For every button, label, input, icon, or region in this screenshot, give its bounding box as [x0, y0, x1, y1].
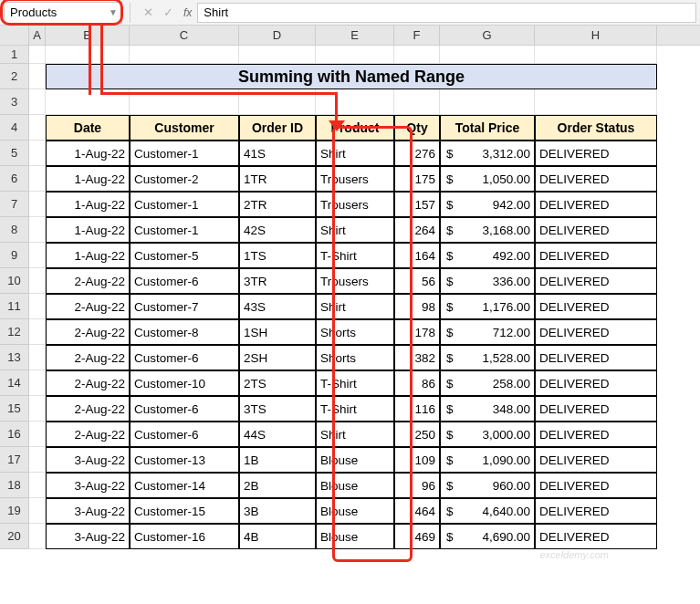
data-cell[interactable]: Customer-14	[130, 473, 239, 498]
data-cell[interactable]: 250	[394, 422, 440, 447]
data-cell[interactable]: 109	[394, 447, 440, 473]
row-header[interactable]: 14	[0, 370, 29, 396]
row-header[interactable]: 9	[0, 243, 29, 268]
data-cell[interactable]: 3B	[239, 498, 316, 524]
data-cell[interactable]: Trousers	[316, 166, 394, 192]
cell[interactable]	[316, 89, 394, 115]
data-cell[interactable]: 2-Aug-22	[46, 396, 130, 422]
header-cell[interactable]: Customer	[130, 115, 239, 141]
data-cell[interactable]: Customer-2	[130, 166, 239, 192]
data-cell[interactable]: Shirt	[316, 422, 394, 447]
data-cell[interactable]: $4,640.00	[440, 498, 535, 524]
cell[interactable]	[29, 498, 46, 524]
data-cell[interactable]: $4,690.00	[440, 524, 535, 549]
data-cell[interactable]: Shirt	[316, 217, 394, 243]
row-header[interactable]: 8	[0, 217, 29, 243]
cell[interactable]	[239, 46, 316, 64]
data-cell[interactable]: 464	[394, 498, 440, 524]
data-cell[interactable]: 1-Aug-22	[46, 166, 130, 192]
data-cell[interactable]: Shirt	[316, 141, 394, 166]
cell[interactable]	[29, 115, 46, 141]
cell[interactable]	[130, 46, 239, 64]
data-cell[interactable]: $1,050.00	[440, 166, 535, 192]
row-header[interactable]: 17	[0, 447, 29, 473]
row-header[interactable]: 19	[0, 498, 29, 524]
data-cell[interactable]: Customer-1	[130, 217, 239, 243]
data-cell[interactable]: $3,168.00	[440, 217, 535, 243]
data-cell[interactable]: 1TS	[239, 243, 316, 268]
data-cell[interactable]: Customer-10	[130, 370, 239, 396]
select-all-corner[interactable]	[0, 26, 29, 45]
cell[interactable]	[29, 396, 46, 422]
header-cell[interactable]: Order Status	[535, 115, 657, 141]
row-header[interactable]: 10	[0, 268, 29, 294]
chevron-down-icon[interactable]: ▼	[109, 7, 118, 17]
col-header[interactable]: B	[46, 26, 130, 45]
data-cell[interactable]: 3-Aug-22	[46, 473, 130, 498]
data-cell[interactable]: Customer-6	[130, 422, 239, 447]
data-cell[interactable]: $712.00	[440, 319, 535, 345]
data-cell[interactable]: Shorts	[316, 345, 394, 370]
formula-input[interactable]: Shirt	[197, 3, 696, 23]
cell[interactable]	[29, 166, 46, 192]
data-cell[interactable]: 164	[394, 243, 440, 268]
data-cell[interactable]: 2-Aug-22	[46, 370, 130, 396]
row-header[interactable]: 3	[0, 89, 29, 115]
data-cell[interactable]: T-Shirt	[316, 396, 394, 422]
row-header[interactable]: 6	[0, 166, 29, 192]
name-box[interactable]: Products ▼	[4, 2, 122, 24]
data-cell[interactable]: DELIVERED	[535, 243, 657, 268]
data-cell[interactable]: 56	[394, 268, 440, 294]
title-cell[interactable]: Summing with Named Range	[46, 64, 657, 89]
data-cell[interactable]: 3-Aug-22	[46, 524, 130, 549]
data-cell[interactable]: Customer-15	[130, 498, 239, 524]
data-cell[interactable]: $1,176.00	[440, 294, 535, 319]
cell[interactable]	[29, 89, 46, 115]
cell[interactable]	[29, 422, 46, 447]
data-cell[interactable]: 157	[394, 192, 440, 217]
cell[interactable]	[316, 46, 394, 64]
data-cell[interactable]: 98	[394, 294, 440, 319]
cell[interactable]	[29, 524, 46, 549]
data-cell[interactable]: DELIVERED	[535, 217, 657, 243]
cell[interactable]	[394, 46, 440, 64]
data-cell[interactable]: 264	[394, 217, 440, 243]
data-cell[interactable]: $492.00	[440, 243, 535, 268]
cell[interactable]	[535, 89, 657, 115]
data-cell[interactable]: 2TR	[239, 192, 316, 217]
data-cell[interactable]: DELIVERED	[535, 294, 657, 319]
data-cell[interactable]: Customer-6	[130, 268, 239, 294]
row-header[interactable]: 15	[0, 396, 29, 422]
cell[interactable]	[440, 89, 535, 115]
row-header[interactable]: 4	[0, 115, 29, 141]
data-cell[interactable]: Customer-7	[130, 294, 239, 319]
data-cell[interactable]: 116	[394, 396, 440, 422]
data-cell[interactable]: 3TS	[239, 396, 316, 422]
header-cell[interactable]: Order ID	[239, 115, 316, 141]
data-cell[interactable]: Customer-8	[130, 319, 239, 345]
row-header[interactable]: 13	[0, 345, 29, 370]
data-cell[interactable]: Blouse	[316, 473, 394, 498]
data-cell[interactable]: DELIVERED	[535, 345, 657, 370]
data-cell[interactable]: DELIVERED	[535, 166, 657, 192]
col-header[interactable]: C	[130, 26, 239, 45]
data-cell[interactable]: Blouse	[316, 524, 394, 549]
row-header[interactable]: 1	[0, 46, 29, 64]
data-cell[interactable]: DELIVERED	[535, 192, 657, 217]
data-cell[interactable]: Shirt	[316, 294, 394, 319]
data-cell[interactable]: Blouse	[316, 498, 394, 524]
enter-icon[interactable]: ✓	[158, 5, 178, 19]
row-header[interactable]: 2	[0, 64, 29, 89]
cell[interactable]	[535, 46, 657, 64]
data-cell[interactable]: 41S	[239, 141, 316, 166]
data-cell[interactable]: 3-Aug-22	[46, 447, 130, 473]
data-cell[interactable]: 2-Aug-22	[46, 422, 130, 447]
cell[interactable]	[440, 46, 535, 64]
data-cell[interactable]: 86	[394, 370, 440, 396]
data-cell[interactable]: Customer-13	[130, 447, 239, 473]
col-header[interactable]: E	[316, 26, 394, 45]
data-cell[interactable]: DELIVERED	[535, 422, 657, 447]
cell[interactable]	[239, 89, 316, 115]
data-cell[interactable]: 175	[394, 166, 440, 192]
cell[interactable]	[29, 473, 46, 498]
